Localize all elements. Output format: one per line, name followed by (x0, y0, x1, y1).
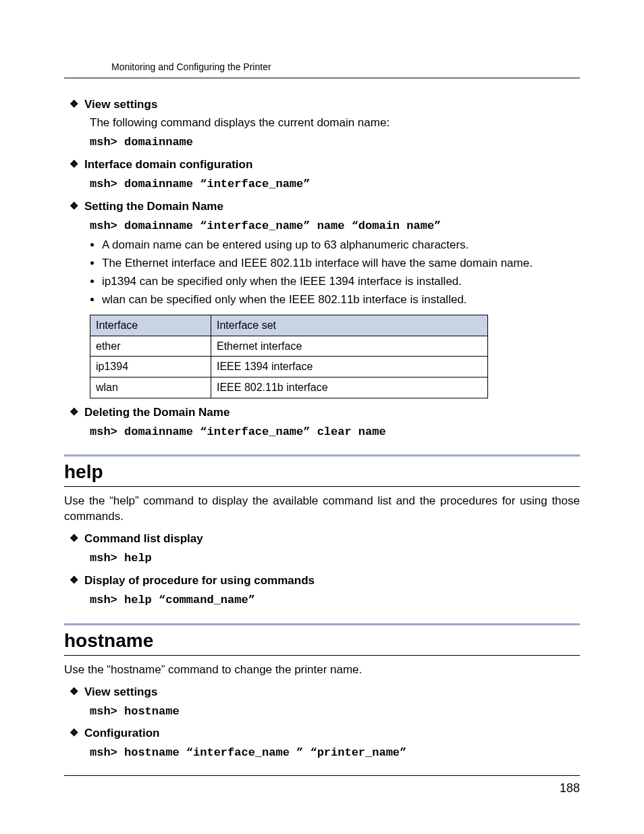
interface-table: Interface Interface set ether Ethernet i… (90, 315, 488, 398)
td: Ethernet interface (211, 336, 487, 357)
item-hostname-view: View settings msh> hostname (70, 685, 580, 720)
item-hostname-cfg: Configuration msh> hostname “interface_n… (70, 726, 580, 761)
code-iface-cfg: msh> domainname “interface_name” (90, 177, 580, 192)
bullet-item: wlan can be specified only when the IEEE… (102, 292, 580, 308)
code-hostname-cfg: msh> hostname “interface_name ” “printer… (90, 746, 580, 761)
code-cmd-proc: msh> help “command_name” (90, 593, 580, 608)
section-divider-bottom (64, 486, 580, 487)
section-divider-top (64, 623, 580, 625)
hostname-intro: Use the “hostname” command to change the… (64, 662, 580, 678)
th-interface-set: Interface set (211, 315, 487, 336)
code-hostname-view: msh> hostname (90, 704, 580, 720)
item-view-settings: View settings The following command disp… (70, 97, 580, 151)
table-row: ether Ethernet interface (90, 336, 488, 357)
heading-iface-cfg: Interface domain configuration (70, 157, 580, 173)
bullet-item: ip1394 can be specified only when the IE… (102, 274, 580, 290)
heading-set-domain: Setting the Domain Name (70, 199, 580, 215)
code-delete-domain: msh> domainname “interface_name” clear n… (90, 425, 580, 440)
running-head: Monitoring and Configuring the Printer (64, 61, 580, 78)
item-cmd-proc: Display of procedure for using commands … (70, 573, 580, 608)
section-divider-top (64, 454, 580, 457)
code-view: msh> domainname (90, 135, 580, 151)
item-delete-domain: Deleting the Domain Name msh> domainname… (70, 405, 580, 440)
td: wlan (90, 377, 211, 398)
section-title-hostname: hostname (64, 628, 580, 654)
help-intro: Use the “help” command to display the av… (64, 494, 580, 525)
code-set-domain: msh> domainname “interface_name” name “d… (90, 219, 580, 234)
page: Monitoring and Configuring the Printer V… (0, 0, 644, 834)
heading-hostname-view: View settings (70, 685, 580, 700)
item-cmd-list: Command list display msh> help (70, 531, 580, 567)
table-header-row: Interface Interface set (90, 315, 488, 336)
table-row: wlan IEEE 802.11b interface (90, 377, 488, 398)
table-row: ip1394 IEEE 1394 interface (90, 357, 488, 377)
heading-delete-domain: Deleting the Domain Name (70, 405, 580, 421)
bullet-item: A domain name can be entered using up to… (102, 238, 580, 253)
text-view-desc: The following command displays the curre… (90, 115, 580, 131)
heading-cmd-list: Command list display (70, 531, 580, 547)
item-iface-cfg: Interface domain configuration msh> doma… (70, 157, 580, 192)
item-set-domain: Setting the Domain Name msh> domainname … (70, 199, 580, 398)
heading-view-settings: View settings (70, 97, 580, 113)
page-number: 188 (64, 775, 580, 796)
bullet-item: The Ethernet interface and IEEE 802.11b … (102, 256, 580, 271)
th-interface: Interface (90, 315, 211, 336)
td: ether (90, 336, 211, 357)
section-divider-bottom (64, 655, 580, 656)
bullets-set-domain: A domain name can be entered using up to… (90, 238, 580, 308)
code-cmd-list: msh> help (90, 551, 580, 567)
heading-hostname-cfg: Configuration (70, 726, 580, 741)
td: IEEE 1394 interface (211, 357, 487, 377)
td: IEEE 802.11b interface (211, 377, 487, 398)
heading-cmd-proc: Display of procedure for using commands (70, 573, 580, 589)
td: ip1394 (90, 357, 211, 377)
section-title-help: help (64, 459, 580, 485)
